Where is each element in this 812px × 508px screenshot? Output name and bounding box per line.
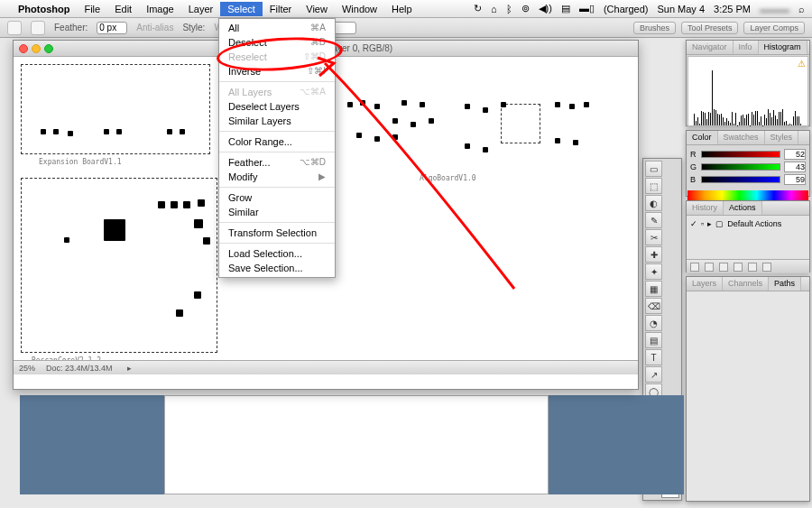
menu-layer[interactable]: Layer [181, 2, 221, 16]
tool-11[interactable]: T [645, 349, 662, 365]
tab-layers[interactable]: Layers [687, 277, 723, 291]
b-label: B [690, 175, 697, 184]
menu-item-modify[interactable]: Modify▶ [219, 170, 335, 184]
menu-item-deselect[interactable]: Deselect⌘D [219, 35, 335, 50]
play-button[interactable] [719, 263, 728, 272]
b-slider[interactable] [701, 176, 780, 183]
g-input[interactable] [784, 162, 806, 172]
menu-item-load-selection-[interactable]: Load Selection... [219, 246, 335, 261]
minimize-button[interactable] [32, 44, 41, 53]
options-right: Brushes Tool Presets Layer Comps [633, 22, 805, 34]
actions-buttons [687, 259, 809, 273]
r-input[interactable] [784, 149, 806, 160]
tab-history[interactable]: History [687, 201, 724, 215]
palette-tool-presets[interactable]: Tool Presets [681, 22, 739, 34]
doc-menu-chevron-icon[interactable]: ▸ [127, 364, 132, 373]
menu-view[interactable]: View [299, 2, 335, 16]
color-panel: Color Swatches Styles R G B [686, 130, 810, 197]
tool-2[interactable]: ◐ [645, 195, 662, 211]
pcb-pad [569, 104, 575, 109]
menu-help[interactable]: Help [384, 2, 420, 16]
menu-file[interactable]: File [77, 2, 107, 16]
tool-10[interactable]: ▤ [645, 332, 662, 348]
menu-image[interactable]: Image [139, 2, 181, 16]
pcb-pad [171, 201, 178, 208]
new-action-button[interactable] [748, 263, 757, 272]
menu-item-grow[interactable]: Grow [219, 190, 335, 205]
battery-icon: ▬▯ [577, 3, 596, 14]
tab-color[interactable]: Color [687, 131, 718, 144]
paths-body [687, 291, 809, 501]
tool-9[interactable]: ◔ [645, 315, 662, 331]
pcb-pad [64, 237, 69, 243]
tool-preset-icon[interactable] [7, 21, 22, 35]
trash-button[interactable] [762, 263, 771, 272]
tab-actions[interactable]: Actions [724, 201, 762, 215]
tab-swatches[interactable]: Swatches [718, 131, 765, 144]
menu-select[interactable]: Select [220, 2, 263, 16]
menu-item-color-range-[interactable]: Color Range... [219, 134, 335, 149]
r-slider[interactable] [701, 151, 780, 158]
actions-row[interactable]: ✓ ▫ ▸ ▢ Default Actions [690, 219, 806, 228]
feather-input[interactable] [97, 22, 127, 34]
pcb-pad [411, 122, 416, 127]
pcb-pad [573, 140, 578, 145]
b-input[interactable] [784, 174, 806, 185]
tool-3[interactable]: ✎ [645, 212, 662, 228]
menu-edit[interactable]: Edit [107, 2, 139, 16]
pcb-pad [483, 107, 488, 113]
menubar: Photoshop File Edit Image Layer Select F… [0, 0, 812, 18]
menubar-right: ↻ ⌂ ᛒ ⊚ ◀)) ▤ ▬▯ (Charged) Sun May 4 3:2… [472, 3, 807, 14]
warning-icon[interactable]: ⚠ [798, 59, 806, 69]
stop-button[interactable] [690, 263, 699, 272]
tab-channels[interactable]: Channels [723, 277, 769, 291]
menu-item-transform-selection[interactable]: Transform Selection [219, 226, 335, 240]
menu-item-similar-layers[interactable]: Similar Layers [219, 114, 335, 128]
tab-styles[interactable]: Styles [765, 131, 799, 144]
menu-item-all[interactable]: All⌘A [219, 21, 335, 35]
sync-icon: ↻ [472, 3, 484, 14]
palette-layer-comps[interactable]: Layer Comps [743, 22, 805, 34]
menu-item-save-selection-[interactable]: Save Selection... [219, 261, 335, 275]
pcb-pad [198, 199, 205, 207]
tool-6[interactable]: ✦ [645, 263, 662, 280]
pcb-pad [53, 129, 59, 134]
close-button[interactable] [19, 44, 28, 53]
folder-icon: ▢ [715, 219, 724, 228]
zoom-button[interactable] [44, 44, 53, 53]
menu-filter[interactable]: Filter [263, 2, 299, 16]
marquee-shape-icon[interactable] [31, 21, 45, 35]
tool-1[interactable]: ⬚ [645, 178, 662, 194]
menu-window[interactable]: Window [335, 2, 384, 16]
tool-7[interactable]: ▦ [645, 281, 662, 297]
pcb-pad [104, 219, 125, 241]
tool-5[interactable]: ✚ [645, 246, 662, 263]
pcb-pad [194, 219, 203, 228]
menu-item-deselect-layers[interactable]: Deselect Layers [219, 99, 335, 114]
pcb-pad [465, 104, 470, 109]
app-menu[interactable]: Photoshop [11, 2, 77, 16]
record-button[interactable] [705, 263, 714, 272]
menu-item-inverse[interactable]: Inverse⇧⌘I [219, 64, 335, 79]
tab-info[interactable]: Info [734, 41, 759, 54]
tab-navigator[interactable]: Navigator [687, 41, 734, 54]
menu-item-similar[interactable]: Similar [219, 205, 335, 219]
tool-8[interactable]: ⌫ [645, 298, 662, 314]
pcb-pad [429, 118, 434, 124]
tab-histogram[interactable]: Histogram [759, 41, 807, 54]
tool-0[interactable]: ▭ [645, 161, 662, 177]
tab-paths[interactable]: Paths [769, 277, 801, 291]
user-name: ▬▬▬ [758, 4, 791, 14]
new-set-button[interactable] [734, 263, 743, 272]
dropbox-icon: ⌂ [489, 4, 499, 14]
menu-item-feather-[interactable]: Feather...⌥⌘D [219, 155, 335, 170]
palette-brushes[interactable]: Brushes [633, 22, 676, 34]
zoom-level[interactable]: 25% [19, 364, 35, 373]
r-label: R [690, 150, 697, 159]
tool-12[interactable]: ↗ [645, 366, 662, 383]
caption-1: Expansion BoardV1.1 [39, 158, 122, 166]
tool-4[interactable]: ✂ [645, 229, 662, 245]
dialog-icon: ▫ [701, 219, 704, 228]
g-slider[interactable] [701, 163, 780, 171]
spotlight-icon[interactable]: ⌕ [797, 4, 807, 14]
